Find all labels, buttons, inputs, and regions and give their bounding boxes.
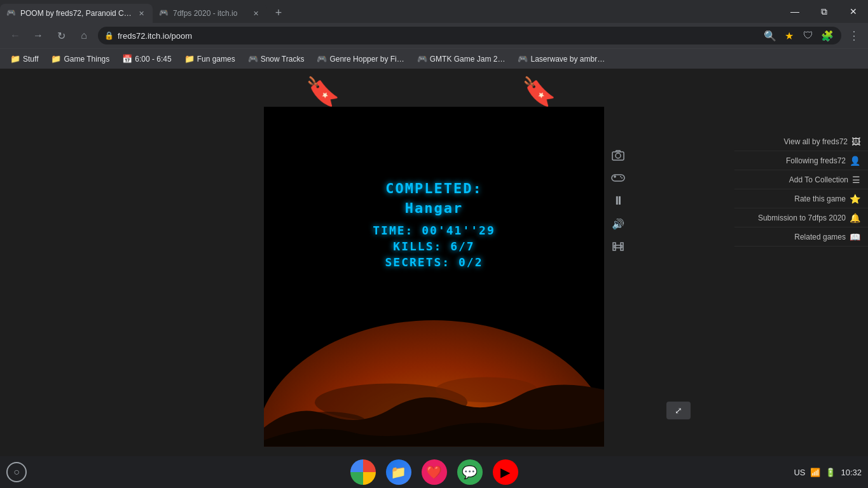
bookmark-gmtk[interactable]: 🎮 GMTK Game Jam 2… <box>412 52 511 66</box>
game-icon-2: 🎮 <box>317 54 327 64</box>
bookmarks-bar: 📁 Stuff 📁 Game Things 📅 6:00 - 6:45 📁 Fu… <box>0 48 868 69</box>
tab-1[interactable]: 🎮 POOM by freds72, Paranoid Cac… ✕ <box>0 4 153 23</box>
tab-bar: 🎮 POOM by freds72, Paranoid Cac… ✕ 🎮 7df… <box>0 0 868 23</box>
new-tab-button[interactable]: + <box>270 4 287 22</box>
tab-2[interactable]: 🎮 7dfps 2020 - itch.io ✕ <box>153 4 267 23</box>
extension-icon[interactable]: 🧩 <box>820 28 835 43</box>
tab-1-close[interactable]: ✕ <box>136 8 146 18</box>
page-content: 🔖 🔖 <box>0 69 868 488</box>
bookmark-gmtk-label: GMTK Game Jam 2… <box>430 55 506 64</box>
home-button[interactable]: ⌂ <box>75 27 93 44</box>
pause-button[interactable]: ⏸ <box>608 191 628 211</box>
address-text: freds72.itch.io/poom <box>118 31 192 41</box>
folder-icon-3: 📁 <box>184 54 195 64</box>
clock-text: 10:32 <box>841 468 862 477</box>
calendar-icon: 📅 <box>122 54 132 64</box>
game-icon-4: 🎮 <box>518 54 528 64</box>
related-games-button[interactable]: Related games 📖 <box>734 227 868 247</box>
add-collection-label: Add To Collection <box>789 175 848 184</box>
svg-point-10 <box>620 176 621 177</box>
close-button[interactable]: ✕ <box>839 0 868 23</box>
taskbar: ○ 📁 ❤️ 💬 <box>0 456 868 488</box>
chat-app-icon[interactable]: 💬 <box>457 459 483 485</box>
submission-label: Submission to 7dfps 2020 <box>758 214 846 222</box>
nav-arrow-right[interactable]: 🔖 <box>521 75 556 108</box>
completed-text: COMPLETED: <box>373 180 495 196</box>
following-button[interactable]: Following freds72 👤 <box>734 151 868 170</box>
folder-icon-2: 📁 <box>51 54 61 64</box>
reload-button[interactable]: ↻ <box>52 27 70 44</box>
bookmark-game-things[interactable]: 📁 Game Things <box>46 52 114 66</box>
tab-2-title: 7dfps 2020 - itch.io <box>173 9 247 18</box>
browser-frame: 🎮 POOM by freds72, Paranoid Cac… ✕ 🎮 7df… <box>0 0 868 488</box>
nav-arrow-left[interactable]: 🔖 <box>305 75 340 108</box>
bookmark-laserwave-label: Laserwave by ambr… <box>530 55 605 64</box>
taskbar-center: 📁 ❤️ 💬 ▶ <box>350 459 518 485</box>
address-wrapper[interactable]: 🔒 freds72.itch.io/poom 🔍 ★ 🛡 🧩 <box>98 27 841 44</box>
volume-button[interactable]: 🔊 <box>608 214 628 234</box>
bookmark-schedule[interactable]: 📅 6:00 - 6:45 <box>117 52 176 66</box>
chrome-app-icon[interactable] <box>350 459 376 485</box>
following-icon: 👤 <box>850 156 860 166</box>
secrets-text: SECRETS: 0/2 <box>373 255 495 269</box>
kills-text: KILLS: 6/7 <box>373 240 495 253</box>
game-icon-3: 🎮 <box>417 54 427 64</box>
region-text: US <box>794 468 805 477</box>
tab-2-close[interactable]: ✕ <box>251 8 261 18</box>
fullscreen-button[interactable]: ⤢ <box>666 402 691 419</box>
gamepad-button[interactable] <box>608 168 628 188</box>
window-controls: — ⧉ ✕ <box>780 0 868 23</box>
back-button[interactable]: ← <box>6 27 24 44</box>
bookmark-fun-games-label: Fun games <box>197 55 235 64</box>
related-games-icon: 📖 <box>850 232 860 242</box>
files-app-icon[interactable]: 📁 <box>386 459 411 485</box>
bookmark-stuff[interactable]: 📁 Stuff <box>5 52 43 66</box>
following-label: Following freds72 <box>786 156 846 165</box>
tab-1-title: POOM by freds72, Paranoid Cac… <box>20 9 132 18</box>
bookmark-star-icon[interactable]: ★ <box>782 28 797 43</box>
taskbar-left: ○ <box>6 462 27 482</box>
bookmark-genre-hopper[interactable]: 🎮 Genre Hopper by Fi… <box>312 52 409 66</box>
power-button[interactable]: ○ <box>6 462 27 482</box>
youtube-app-icon[interactable]: ▶ <box>493 459 518 485</box>
tab-2-favicon: 🎮 <box>159 8 169 18</box>
svg-point-5 <box>616 153 621 158</box>
view-all-icon: 🖼 <box>851 137 860 147</box>
bookmark-genre-hopper-label: Genre Hopper by Fi… <box>329 55 404 64</box>
search-icon[interactable]: 🔍 <box>762 28 778 43</box>
forward-button[interactable]: → <box>29 27 47 44</box>
bookmark-fun-games[interactable]: 📁 Fun games <box>179 52 240 66</box>
settings-button[interactable] <box>608 236 628 257</box>
wifi-icon: 📶 <box>810 468 820 477</box>
bookmark-game-things-label: Game Things <box>64 55 109 64</box>
game-controls-panel: ⏸ 🔊 <box>608 145 628 257</box>
submission-icon: 🔔 <box>850 213 860 223</box>
game-container[interactable]: COMPLETED: Hangar TIME: 00'41''29 KILLS:… <box>264 107 604 447</box>
bookmark-laserwave[interactable]: 🎮 Laserwave by ambr… <box>513 52 610 66</box>
bookmark-snow-tracks-label: Snow Tracks <box>261 55 305 64</box>
add-collection-icon: ☰ <box>852 175 860 185</box>
shield-icon[interactable]: 🛡 <box>801 28 816 43</box>
heart-app-icon[interactable]: ❤️ <box>422 459 447 485</box>
view-all-button[interactable]: View all by freds72 🖼 <box>734 132 868 151</box>
game-icon-1: 🎮 <box>248 54 258 64</box>
rate-game-label: Rate this game <box>794 194 846 203</box>
level-text: Hangar <box>373 200 495 216</box>
bookmark-schedule-label: 6:00 - 6:45 <box>135 55 171 64</box>
add-collection-button[interactable]: Add To Collection ☰ <box>734 170 868 189</box>
minimize-button[interactable]: — <box>780 0 809 23</box>
maximize-button[interactable]: ⧉ <box>809 0 839 23</box>
bookmark-snow-tracks[interactable]: 🎮 Snow Tracks <box>243 52 310 66</box>
view-all-label: View all by freds72 <box>784 137 848 146</box>
address-right-icons: 🔍 ★ 🛡 🧩 <box>762 28 835 43</box>
address-bar: ← → ↻ ⌂ 🔒 freds72.itch.io/poom 🔍 ★ 🛡 🧩 ⋮ <box>0 23 868 48</box>
screenshot-button[interactable] <box>608 145 628 165</box>
submission-button[interactable]: Submission to 7dfps 2020 🔔 <box>734 208 868 227</box>
game-screen: COMPLETED: Hangar TIME: 00'41''29 KILLS:… <box>264 107 604 447</box>
chrome-menu-button[interactable]: ⋮ <box>846 28 862 43</box>
right-panel: View all by freds72 🖼 Following freds72 … <box>734 132 868 247</box>
battery-icon: 🔋 <box>825 468 836 477</box>
bookmark-stuff-label: Stuff <box>23 55 38 64</box>
taskbar-right: US 📶 🔋 10:32 <box>794 468 862 477</box>
rate-game-button[interactable]: Rate this game ⭐ <box>734 189 868 208</box>
